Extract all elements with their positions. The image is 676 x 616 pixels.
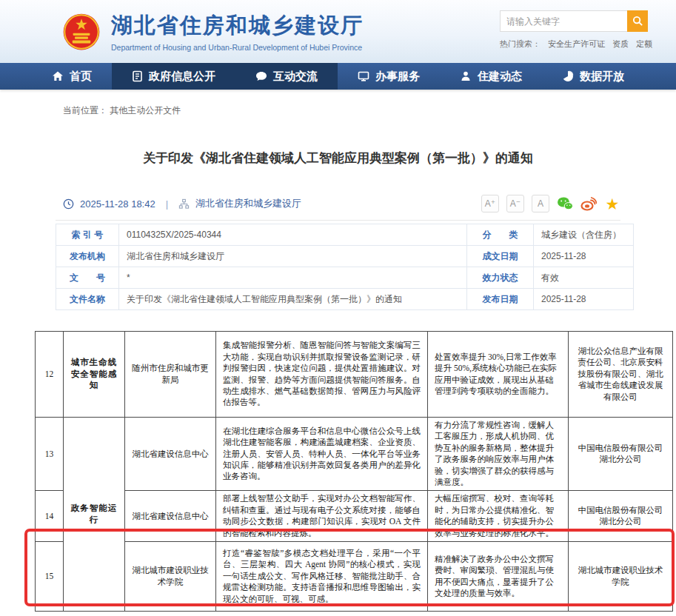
- doc-info-label: 成文日期: [467, 246, 534, 267]
- case-number: 14: [36, 491, 64, 542]
- hot-search-link[interactable]: 资质: [612, 38, 629, 50]
- case-org: 随州市住房和城市更新局: [125, 332, 216, 418]
- breadcrumb-current[interactable]: 其他主动公开文件: [110, 105, 181, 116]
- nav-item-open-data[interactable]: 数据开放: [542, 63, 644, 90]
- wechat-icon: [557, 196, 573, 211]
- case-effect: 有力分流了常规性咨询，缓解人工客服压力，形成人机协同、优势互补的服务新格局，整体…: [428, 418, 569, 491]
- case-number: 13: [36, 418, 64, 491]
- org-sitemap-icon: [178, 198, 190, 210]
- nav-item-news[interactable]: 住建动态: [440, 63, 542, 90]
- table-row: 12 城市生命线安全智能感知 随州市住房和城市更新局 集成智能报警分析、随恩智能…: [36, 332, 673, 418]
- doc-info-value: 2025-11-28: [534, 289, 634, 310]
- monitor-icon: [358, 70, 369, 82]
- divider: [56, 220, 620, 221]
- doc-info-label: 发布日期: [467, 289, 534, 310]
- font-smaller-button[interactable]: A⁻: [506, 195, 524, 212]
- document-info-table: 索 引 号 01104325X/2025-40344 分 类 城乡建设（含住房）…: [56, 224, 634, 310]
- nav-item-interaction[interactable]: 互动交流: [235, 63, 338, 90]
- case-company: 湖北城市建设职业技术学院: [569, 542, 673, 612]
- nav-label: 政府信息公开: [149, 70, 215, 84]
- table-row: 14 湖北省建设信息中心 部署上线智慧公文助手，实现对办公文档智能写作、纠错和查…: [36, 491, 673, 542]
- site-title: 湖北省住房和城乡建设厅: [111, 11, 364, 41]
- doc-info-label: 文 号: [56, 267, 119, 289]
- search-area: 热门搜索： 安全生产许可证 资质 定额: [500, 10, 648, 50]
- nav-item-home[interactable]: 首页: [32, 63, 112, 90]
- doc-info-value: 湖北省住房和城乡建设厅: [119, 246, 467, 267]
- hot-search-link[interactable]: 定额: [636, 38, 652, 50]
- meta-separator: |: [166, 198, 168, 210]
- doc-info-label: 发布机构: [56, 246, 119, 267]
- doc-info-value: *: [119, 267, 467, 289]
- nav-label: 数据开放: [580, 70, 624, 84]
- pie-chart-icon: [562, 70, 574, 82]
- nav-label: 住建动态: [478, 70, 522, 84]
- wechat-share-button[interactable]: [557, 195, 573, 212]
- case-description: 部署上线智慧公文助手，实现对办公文档智能写作、纠错和查重。通过与现有电子公文系统…: [216, 491, 428, 542]
- hot-search-link[interactable]: 安全生产许可证: [548, 38, 605, 50]
- doc-info-value: 2025-11-28: [534, 246, 634, 267]
- case-company: 湖北公众信息产业有限责任公司、北京辰安科技股份有限公司、湖北省城市生命线建设发展…: [569, 332, 673, 418]
- doc-info-value: 01104325X/2025-40344: [119, 224, 467, 246]
- case-org: 湖北省建设信息中心: [125, 491, 216, 542]
- doc-info-value: 关于印发《湖北省住建领域人工智能应用典型案例（第一批）》的通知: [119, 289, 467, 310]
- nav-item-gov-info[interactable]: 政府信息公开: [112, 63, 235, 90]
- home-icon: [52, 70, 64, 82]
- case-description: 集成智能报警分析、随恩智能问答与智能文案编写三大功能，实现自动识别并抓取报警设备…: [216, 332, 428, 418]
- star-icon: ★: [606, 196, 620, 212]
- weibo-share-button[interactable]: [580, 195, 597, 212]
- doc-info-label: 分 类: [467, 224, 534, 246]
- case-number: 15: [36, 542, 64, 612]
- case-company: 中国电信股份有限公司湖北分公司: [569, 418, 673, 491]
- search-input[interactable]: [500, 10, 627, 32]
- site-subtitle: Department of Housing and Urban-Rural De…: [111, 43, 364, 52]
- hot-search-label: 热门搜索：: [500, 38, 541, 50]
- publish-datetime: 2025-11-28 18:42: [80, 198, 155, 210]
- main-nav: 首页 政府信息公开 互动交流 办事服务 住建动态: [0, 63, 676, 90]
- doc-info-value: 有效: [534, 267, 634, 289]
- breadcrumb-label: 当前位置：: [63, 105, 107, 116]
- person-icon: [460, 70, 472, 82]
- article-source: 湖北省住房和城乡建设厅: [195, 197, 301, 210]
- case-org: 湖北省建设信息中心: [125, 418, 216, 491]
- weibo-icon: [580, 196, 597, 211]
- breadcrumb: 当前位置： 其他主动公开文件: [63, 104, 676, 117]
- favorite-star-button[interactable]: ★: [604, 195, 620, 212]
- nav-item-services[interactable]: 办事服务: [338, 63, 440, 90]
- national-emblem-logo: [62, 13, 101, 51]
- case-category: 政务智能运行: [64, 418, 125, 612]
- case-effect: 处置效率提升 30%,日常工作效率提升 50%,系统核心功能已在实际应用中验证成…: [428, 332, 569, 418]
- page-title: 关于印发《湖北省住建领域人工智能应用典型案例（第一批）》的通知: [0, 150, 676, 167]
- nav-label: 首页: [70, 70, 92, 84]
- cases-table-wrap: 12 城市生命线安全智能感知 随州市住房和城市更新局 集成智能报警分析、随恩智能…: [35, 331, 672, 612]
- chat-bubble-icon: [255, 70, 267, 82]
- doc-info-label: 效力状态: [467, 267, 534, 289]
- site-header: 湖北省住房和城乡建设厅 Department of Housing and Ur…: [0, 0, 676, 63]
- case-effect: 大幅压缩撰写、校对、查询等耗时，为日常办公提供精准化、智能化的辅助支持，切实提升…: [428, 491, 569, 542]
- nav-label: 互动交流: [273, 70, 318, 84]
- clock-icon: [63, 198, 74, 210]
- article-meta: 2025-11-28 18:42 | 湖北省住房和城乡建设厅 A⁺ A⁻ A: [56, 193, 620, 214]
- doc-info-label: 文件名称: [56, 289, 119, 310]
- case-company: 中国电信股份有限公司湖北分公司: [569, 491, 673, 542]
- document-icon: [132, 70, 143, 82]
- case-description: 打造“睿鉴智牍”多模态文档处理平台，采用“一个平台、三层架构、四大 Agent …: [216, 542, 428, 612]
- table-row: 13 政务智能运行 湖北省建设信息中心 在湖北住建综合服务平台和信息中心微信公众…: [36, 418, 673, 491]
- ai-cases-table: 12 城市生命线安全智能感知 随州市住房和城市更新局 集成智能报警分析、随恩智能…: [35, 331, 673, 612]
- nav-label: 办事服务: [375, 70, 420, 84]
- doc-info-label: 索 引 号: [56, 224, 119, 246]
- case-category: 城市生命线安全智能感知: [64, 332, 125, 418]
- font-larger-button[interactable]: A⁺: [481, 195, 499, 212]
- doc-info-value: 城乡建设（含住房）: [534, 224, 634, 246]
- table-row-highlighted: 15 湖北城市建设职业技术学院 打造“睿鉴智牍”多模态文档处理平台，采用“一个平…: [36, 542, 673, 612]
- case-org: 湖北城市建设职业技术学院: [125, 542, 216, 612]
- font-reset-button[interactable]: A: [532, 195, 549, 212]
- search-button[interactable]: [627, 10, 648, 32]
- case-number: 12: [36, 332, 64, 418]
- case-effect: 精准解决了政务办公中公文撰写费时、审阅繁琐、管理混乱与使用不便四大痛点，显著提升…: [428, 542, 569, 612]
- search-icon: [632, 16, 643, 27]
- case-description: 在湖北住建综合服务平台和信息中心微信公众号上线湖北住建智能客服，构建涵盖城建档案…: [216, 418, 428, 491]
